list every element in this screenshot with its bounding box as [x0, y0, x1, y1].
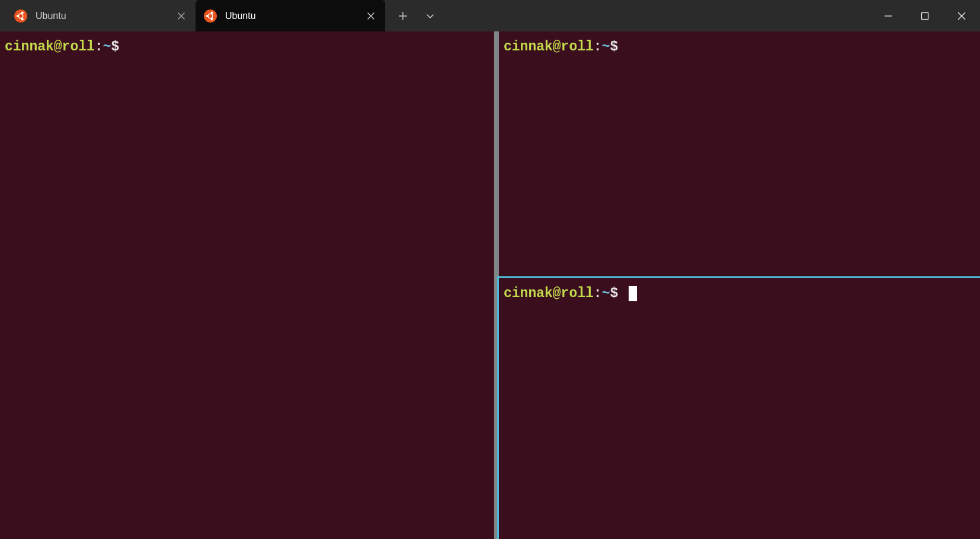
tab-title: Ubuntu: [225, 11, 357, 21]
prompt: cinnak@roll:~$: [499, 278, 980, 310]
ubuntu-icon: [14, 9, 27, 23]
terminal-pane-right-bottom[interactable]: cinnak@roll:~$: [497, 276, 980, 539]
prompt-path: ~: [602, 39, 610, 55]
tab-ubuntu-1[interactable]: Ubuntu: [6, 0, 196, 31]
tab-strip: Ubuntu Ubuntu: [6, 0, 442, 31]
cursor-block: [629, 286, 637, 301]
window-controls: [870, 0, 980, 31]
tab-ubuntu-2[interactable]: Ubuntu: [196, 0, 385, 31]
close-tab-button[interactable]: [175, 10, 187, 22]
prompt-user-host: cinnak@roll: [504, 286, 594, 301]
maximize-button[interactable]: [907, 0, 943, 31]
prompt-user-host: cinnak@roll: [504, 39, 594, 55]
prompt-colon: :: [594, 286, 602, 301]
svg-rect-10: [922, 12, 928, 19]
tab-dropdown-button[interactable]: [418, 4, 442, 28]
prompt-colon: :: [95, 39, 103, 55]
prompt-symbol: $: [610, 39, 618, 55]
ubuntu-icon: [204, 9, 217, 23]
prompt-colon: :: [594, 39, 602, 55]
tab-actions: [385, 0, 442, 31]
terminal-pane-right-top[interactable]: cinnak@roll:~$: [499, 31, 980, 276]
prompt-path: ~: [103, 39, 111, 55]
prompt-symbol: $: [111, 39, 119, 55]
prompt: cinnak@roll:~$: [0, 31, 494, 63]
terminal-pane-left[interactable]: cinnak@roll:~$: [0, 31, 494, 539]
titlebar: Ubuntu Ubuntu: [0, 0, 980, 31]
right-column: cinnak@roll:~$ cinnak@roll:~$: [499, 31, 980, 539]
svg-point-0: [14, 9, 27, 23]
close-tab-button[interactable]: [365, 10, 377, 22]
prompt: cinnak@roll:~$: [499, 31, 980, 63]
new-tab-button[interactable]: [391, 4, 415, 28]
close-window-button[interactable]: [943, 0, 980, 31]
prompt-path: ~: [602, 286, 610, 301]
prompt-symbol: $: [610, 286, 618, 301]
prompt-user-host: cinnak@roll: [5, 39, 95, 55]
minimize-button[interactable]: [870, 0, 907, 31]
tab-title: Ubuntu: [36, 11, 167, 21]
svg-point-5: [204, 9, 217, 23]
terminal-panes: cinnak@roll:~$ cinnak@roll:~$ cinnak@rol…: [0, 31, 980, 539]
